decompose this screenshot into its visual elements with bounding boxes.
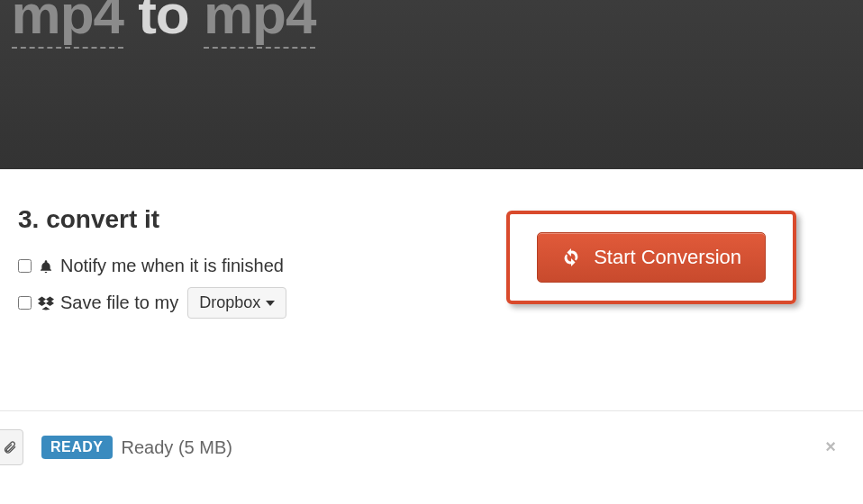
start-button-label: Start Conversion — [594, 246, 741, 269]
storage-select-label: Dropbox — [199, 293, 260, 312]
paperclip-icon — [3, 439, 17, 455]
caret-down-icon — [266, 301, 275, 306]
attachment-tab[interactable] — [0, 429, 23, 465]
to-format[interactable]: mp4 — [204, 0, 315, 49]
notify-checkbox[interactable] — [18, 259, 32, 273]
title-mid: to — [138, 0, 189, 45]
refresh-icon — [561, 248, 581, 267]
status-text: Ready (5 MB) — [122, 437, 232, 458]
page-header: ert mp4 to mp4 — [0, 0, 863, 169]
header-title: ert mp4 to mp4 — [0, 0, 315, 46]
highlight-annotation: Start Conversion — [506, 211, 796, 304]
bell-icon — [37, 257, 55, 275]
save-label-prefix: Save file to my — [60, 292, 178, 313]
storage-select[interactable]: Dropbox — [187, 287, 286, 319]
from-format[interactable]: mp4 — [12, 0, 123, 49]
ready-badge: READY — [41, 436, 113, 459]
notify-label: Notify me when it is finished — [60, 256, 284, 276]
close-icon[interactable]: × — [825, 436, 836, 457]
dropbox-icon — [37, 294, 55, 312]
step-section: 3. convert it Notify me when it is finis… — [0, 169, 863, 410]
save-checkbox[interactable] — [18, 296, 32, 310]
status-bar: READY Ready (5 MB) × — [0, 410, 863, 483]
start-conversion-button[interactable]: Start Conversion — [537, 232, 766, 283]
